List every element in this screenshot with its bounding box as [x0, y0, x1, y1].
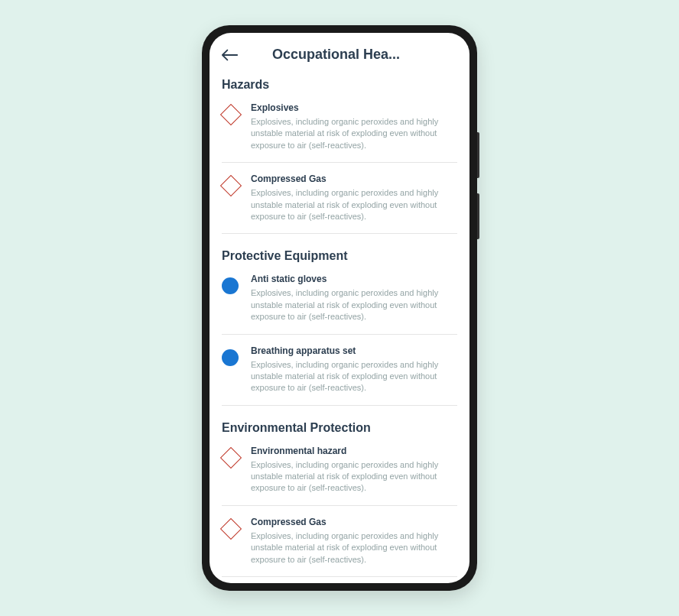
header: Occupational Hea...: [210, 33, 469, 72]
phone-side-button: [477, 193, 479, 239]
item-title: Breathing apparatus set: [251, 345, 457, 356]
item-description: Explosives, including organic peroxides …: [251, 359, 457, 394]
item-title: Compressed Gas: [251, 517, 457, 527]
item-text: Compressed GasExplosives, including orga…: [251, 173, 457, 222]
item-description: Explosives, including organic peroxides …: [251, 187, 457, 222]
content-area[interactable]: HazardsExplosivesExplosives, including o…: [210, 72, 469, 583]
page-title: Occupational Hea...: [272, 47, 457, 63]
item-description: Explosives, including organic peroxides …: [251, 287, 457, 323]
item-text: Compressed GasExplosives, including orga…: [251, 517, 457, 566]
item-text: Anti static glovesExplosives, including …: [251, 274, 457, 323]
hazard-diamond-icon: [222, 520, 240, 538]
item-title: Anti static gloves: [251, 274, 457, 284]
section: HazardsExplosivesExplosives, including o…: [222, 78, 457, 234]
back-button[interactable]: [222, 49, 239, 61]
list-item[interactable]: Anti static glovesExplosives, including …: [222, 274, 457, 334]
item-text: Breathing apparatus setExplosives, inclu…: [251, 345, 457, 394]
hazard-diamond-icon: [222, 449, 240, 467]
item-title: Environmental hazard: [251, 446, 457, 456]
arrow-left-icon: [222, 49, 239, 61]
phone-side-button: [477, 132, 479, 178]
list-item[interactable]: Compressed GasExplosives, including orga…: [222, 517, 457, 577]
section-title: Hazards: [222, 78, 457, 92]
item-description: Explosives, including organic peroxides …: [251, 116, 457, 151]
item-description: Explosives, including organic peroxides …: [251, 530, 457, 566]
item-title: Compressed Gas: [251, 173, 457, 184]
hazard-diamond-icon: [222, 177, 240, 195]
item-text: ExplosivesExplosives, including organic …: [251, 102, 457, 151]
equipment-circle-icon: [222, 277, 240, 295]
item-title: Explosives: [251, 102, 457, 113]
list-item[interactable]: Breathing apparatus setExplosives, inclu…: [222, 345, 457, 406]
hazard-diamond-icon: [222, 105, 240, 124]
section: Protective EquipmentAnti static glovesEx…: [222, 249, 457, 405]
list-item[interactable]: Environmental hazardExplosives, includin…: [222, 446, 457, 506]
item-text: Environmental hazardExplosives, includin…: [251, 446, 457, 494]
section-title: Environmental Protection: [222, 421, 457, 435]
section: Environmental ProtectionEnvironmental ha…: [222, 421, 457, 577]
list-item[interactable]: ExplosivesExplosives, including organic …: [222, 102, 457, 163]
item-description: Explosives, including organic peroxides …: [251, 459, 457, 494]
equipment-circle-icon: [222, 349, 240, 367]
list-item[interactable]: Compressed GasExplosives, including orga…: [222, 173, 457, 234]
phone-frame: Occupational Hea... HazardsExplosivesExp…: [202, 25, 477, 591]
screen: Occupational Hea... HazardsExplosivesExp…: [210, 33, 469, 583]
section-title: Protective Equipment: [222, 249, 457, 263]
